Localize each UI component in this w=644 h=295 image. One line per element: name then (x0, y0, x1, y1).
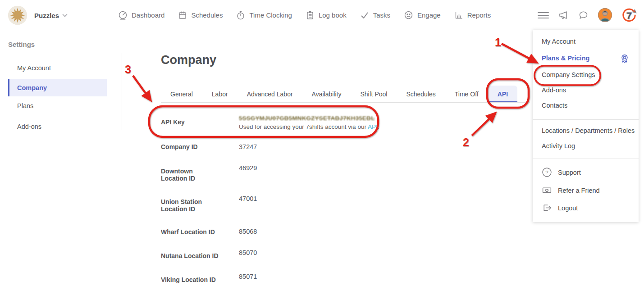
menu-item-my-account[interactable]: My Account (542, 38, 575, 45)
menu-label: Logout (558, 204, 578, 212)
nav-label: Dashboard (132, 11, 164, 19)
company-name: Puzzles (34, 12, 59, 19)
menu-item-refer-a-friend[interactable]: Refer a Friend (542, 185, 600, 195)
chevron-down-icon (62, 14, 68, 17)
sidebar-item-plans[interactable]: Plans (8, 98, 107, 113)
annotation-step-1: 1 (495, 36, 501, 49)
7shifts-logo[interactable]: 7 (621, 8, 637, 23)
field-value: 37247 (239, 143, 257, 150)
field-value: 47001 (239, 195, 257, 213)
menu-item-plans-pricing[interactable]: Plans & Pricing (542, 54, 589, 62)
stopwatch-icon (236, 11, 245, 20)
main-nav: Dashboard Schedules Time Clocking Log bo… (118, 0, 491, 30)
help-icon: ? (542, 167, 552, 177)
annotation-step-3: 3 (125, 63, 131, 76)
menu-divider (533, 119, 639, 120)
topbar-icons: 7 (538, 0, 637, 30)
field-label: Nutana Location ID (161, 249, 219, 259)
page-title: Company (161, 53, 216, 67)
field-value: 85070 (239, 249, 257, 259)
field-row-company-id: Company ID 37247 (161, 143, 257, 150)
hamburger-menu-icon[interactable] (538, 11, 549, 20)
settings-heading: Settings (8, 41, 35, 48)
field-row-wharf-location-id: Wharf Location ID 85068 (161, 228, 257, 236)
nav-label: Tasks (373, 11, 390, 19)
nav-item-dashboard[interactable]: Dashboard (118, 10, 164, 20)
top-nav-bar: Puzzles Dashboard Schedules Time Clockin… (0, 0, 644, 30)
svg-text:?: ? (545, 170, 548, 175)
menu-item-logout[interactable]: Logout (542, 203, 578, 213)
tab-general[interactable]: General (161, 86, 202, 103)
chat-bubble-icon[interactable] (578, 10, 589, 20)
page: Puzzles Dashboard Schedules Time Clockin… (0, 0, 644, 295)
tab-schedules[interactable]: Schedules (397, 86, 445, 103)
sidebar-divider (122, 53, 122, 130)
menu-item-support[interactable]: ? Support (542, 167, 581, 177)
field-value: 85068 (239, 228, 257, 236)
clipboard-icon (306, 11, 315, 20)
nav-item-time-clocking[interactable]: Time Clocking (236, 11, 292, 20)
nav-item-log-book[interactable]: Log book (306, 11, 347, 20)
svg-text:7: 7 (626, 10, 632, 20)
company-tabs: General Labor Advanced Labor Availabilit… (161, 84, 517, 103)
api-key-description: Used for accessing your 7shifts account … (239, 123, 379, 130)
money-bill-icon (542, 185, 552, 195)
tab-availability[interactable]: Availability (302, 86, 351, 103)
nav-item-schedules[interactable]: Schedules (178, 11, 223, 20)
api-link[interactable]: API (368, 123, 378, 130)
calendar-icon (178, 11, 187, 20)
field-row-viking-location-id: Viking Location ID 85071 (161, 273, 257, 283)
field-label: Union Station Location ID (161, 195, 219, 213)
menu-item-activity-log[interactable]: Activity Log (542, 142, 575, 150)
menu-item-locations-departments-roles[interactable]: Locations / Departments / Roles (542, 127, 635, 134)
menu-item-company-settings[interactable]: Company Settings (542, 71, 595, 78)
nav-label: Time Clocking (249, 11, 292, 19)
logout-icon (542, 203, 552, 213)
tab-labor[interactable]: Labor (202, 86, 238, 103)
account-dropdown-menu: My Account Plans & Pricing Company Setti… (533, 30, 639, 222)
tab-api[interactable]: API (488, 86, 517, 103)
tab-time-off[interactable]: Time Off (445, 86, 488, 103)
menu-item-add-ons[interactable]: Add-ons (542, 86, 566, 94)
sidebar-item-my-account[interactable]: My Account (8, 60, 107, 76)
tabs-underline (161, 102, 530, 103)
award-badge-icon (620, 54, 630, 65)
description-text: . (378, 123, 379, 130)
smiley-icon (404, 10, 413, 20)
annotation-step-2: 2 (463, 136, 469, 149)
dashboard-gauge-icon (118, 10, 128, 20)
description-text: Used for accessing your 7shifts account … (239, 123, 368, 130)
nav-item-engage[interactable]: Engage (404, 10, 441, 20)
company-switcher[interactable]: Puzzles (8, 6, 68, 25)
megaphone-icon[interactable] (558, 10, 569, 20)
puzzles-logo (8, 6, 27, 25)
field-label: Wharf Location ID (161, 228, 219, 236)
field-label: Downtown Location ID (161, 164, 219, 182)
field-value: 46929 (239, 164, 257, 182)
menu-divider (533, 159, 639, 159)
field-row-union-station-location-id: Union Station Location ID 47001 (161, 195, 257, 213)
api-key-value-obscured: 5SSGYMJU07GB5MNKGZYSETABJ7KH35EBL (239, 115, 379, 122)
nav-label: Log book (319, 11, 347, 19)
nav-item-tasks[interactable]: Tasks (360, 11, 390, 20)
nav-item-reports[interactable]: Reports (454, 11, 491, 20)
field-label: Company ID (161, 143, 219, 150)
field-row-api-key: API Key 5SSGYMJU07GB5MNKGZYSETABJ7KH35EB… (161, 115, 379, 130)
sidebar-item-company[interactable]: Company (8, 79, 107, 96)
field-row-downtown-location-id: Downtown Location ID 46929 (161, 164, 257, 182)
user-avatar[interactable] (598, 8, 612, 22)
field-value: 85071 (239, 273, 257, 283)
bar-chart-icon (454, 11, 463, 20)
annotation-arrow-2 (472, 115, 493, 136)
sidebar-item-add-ons[interactable]: Add-ons (8, 119, 107, 134)
field-row-nutana-location-id: Nutana Location ID 85070 (161, 249, 257, 259)
annotation-arrow-3 (133, 76, 149, 98)
nav-label: Schedules (191, 11, 223, 19)
tab-shift-pool[interactable]: Shift Pool (351, 86, 397, 103)
tab-advanced-labor[interactable]: Advanced Labor (238, 86, 302, 103)
menu-item-contacts[interactable]: Contacts (542, 102, 567, 109)
menu-label: Support (558, 169, 581, 176)
nav-label: Reports (467, 11, 491, 19)
nav-label: Engage (417, 11, 441, 19)
field-label: Viking Location ID (161, 273, 219, 283)
